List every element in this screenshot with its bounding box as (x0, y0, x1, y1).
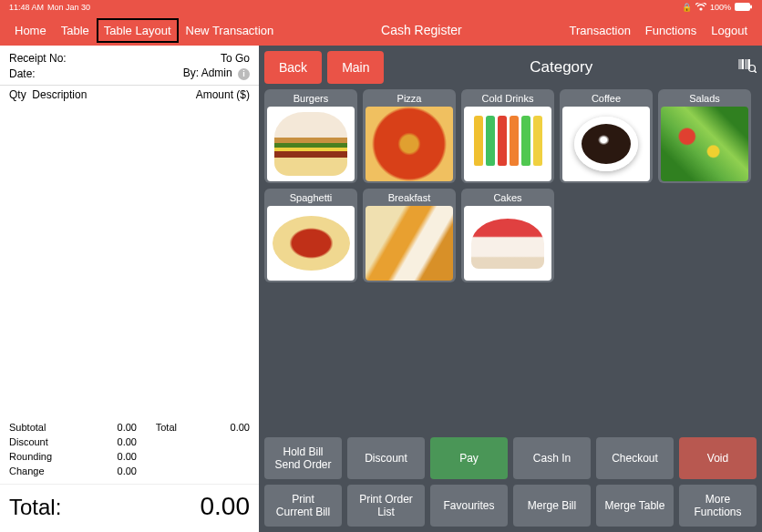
nav-table-layout[interactable]: Table Layout (97, 18, 179, 43)
coffee-image (562, 107, 650, 181)
nav-transaction[interactable]: Transaction (561, 18, 637, 43)
print-order-list-button[interactable]: Print OrderList (347, 485, 425, 527)
favourites-button[interactable]: Favourites (430, 485, 508, 527)
nav-logout[interactable]: Logout (704, 18, 755, 43)
breakfast-image (366, 206, 453, 281)
change-label: Change (9, 466, 91, 476)
cake-image (464, 206, 551, 281)
category-burgers[interactable]: Burgers (264, 89, 357, 183)
rounding-label: Rounding (9, 451, 91, 462)
nav-functions[interactable]: Functions (638, 18, 704, 43)
nav-home[interactable]: Home (7, 18, 54, 43)
svg-line-10 (755, 71, 757, 74)
info-icon[interactable]: i (238, 68, 250, 80)
change-value: 0.00 (91, 466, 137, 476)
hold-bill-button[interactable]: Hold BillSend Order (264, 437, 342, 479)
status-time: 11:48 AM (9, 3, 44, 12)
col-qty: Qty (9, 88, 26, 101)
nav-table[interactable]: Table (54, 18, 97, 43)
pizza-image (366, 107, 453, 181)
receipt-date-label: Date: (9, 67, 36, 80)
receipt-by-value: By: Admin (183, 66, 232, 79)
receipt-no-label: Receipt No: (9, 52, 67, 65)
void-button[interactable]: Void (679, 437, 757, 479)
barcode-search-icon[interactable] (738, 58, 757, 77)
spaghetti-image (267, 206, 355, 281)
category-pizza[interactable]: Pizza (363, 89, 456, 183)
category-cakes[interactable]: Cakes (461, 189, 554, 282)
nav-new-transaction[interactable]: New Transaction (179, 18, 282, 43)
receipt-panel: Receipt No: To Go Date: By: Admin i Qty … (0, 46, 259, 532)
svg-point-0 (700, 8, 702, 10)
more-functions-button[interactable]: MoreFunctions (679, 485, 757, 527)
drinks-image (464, 107, 551, 181)
category-title: Category (389, 58, 733, 77)
battery-icon (735, 3, 753, 13)
category-spaghetti[interactable]: Spaghetti (264, 189, 357, 282)
category-coffee[interactable]: Coffee (560, 89, 653, 183)
discount-button[interactable]: Discount (347, 437, 425, 479)
nav-title: Cash Register (281, 23, 561, 37)
grand-total-label: Total: (9, 495, 61, 520)
discount-label: Discount (9, 436, 91, 447)
category-salads[interactable]: Salads (658, 89, 751, 183)
pay-button[interactable]: Pay (430, 437, 508, 479)
grand-total-value: 0.00 (201, 492, 251, 521)
battery-percent: 100% (710, 3, 731, 12)
main-button[interactable]: Main (327, 51, 384, 84)
wifi-icon (695, 3, 706, 13)
cash-in-button[interactable]: Cash In (513, 437, 591, 479)
svg-rect-2 (750, 5, 752, 8)
status-date: Mon Jan 30 (47, 3, 90, 12)
checkout-button[interactable]: Checkout (596, 437, 674, 479)
receipt-line-items (0, 104, 259, 414)
col-description: Description (32, 88, 87, 101)
top-nav: Home Table Table Layout New Transaction … (0, 15, 762, 46)
print-current-bill-button[interactable]: PrintCurrent Bill (264, 485, 342, 527)
merge-bill-button[interactable]: Merge Bill (513, 485, 591, 527)
total-value: 0.00 (213, 422, 250, 433)
category-cold-drinks[interactable]: Cold Drinks (461, 89, 554, 183)
category-breakfast[interactable]: Breakfast (363, 189, 456, 282)
subtotal-value: 0.00 (91, 422, 137, 433)
svg-rect-1 (735, 3, 750, 11)
back-button[interactable]: Back (264, 51, 322, 84)
col-amount: Amount ($) (196, 88, 250, 101)
status-bar: 11:48 AM Mon Jan 30 🔒 100% (0, 0, 762, 15)
total-label: Total (137, 422, 213, 433)
subtotal-label: Subtotal (9, 422, 91, 433)
merge-table-button[interactable]: Merge Table (596, 485, 674, 527)
receipt-no-value: To Go (221, 52, 250, 65)
rounding-value: 0.00 (91, 451, 137, 462)
discount-value: 0.00 (91, 436, 137, 447)
salad-image (661, 107, 748, 181)
lock-icon: 🔒 (682, 3, 692, 12)
burger-image (267, 107, 355, 181)
